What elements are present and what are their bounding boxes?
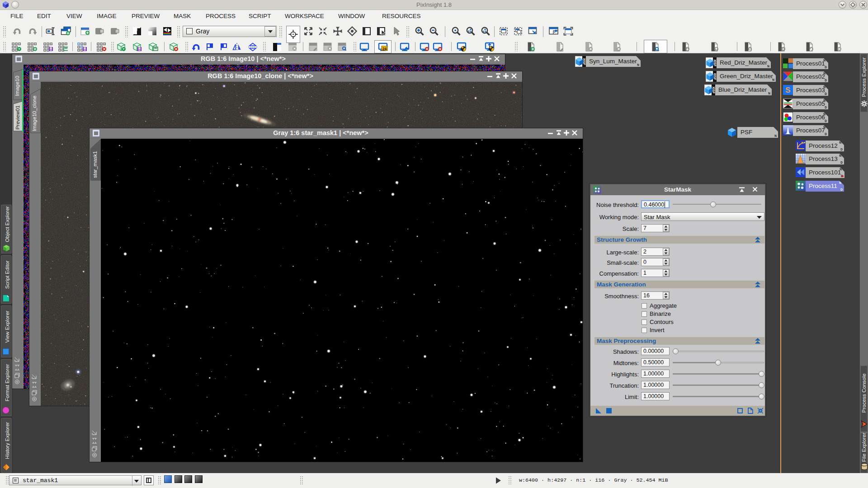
svg-text:24: 24 — [382, 47, 387, 51]
svg-text:XISF: XISF — [713, 73, 717, 80]
svg-text:XISF: XISF — [713, 59, 717, 66]
svg-text:XISF: XISF — [712, 86, 715, 94]
svg-text:XISF: XISF — [583, 58, 586, 65]
svg-text:S: S — [785, 86, 790, 94]
